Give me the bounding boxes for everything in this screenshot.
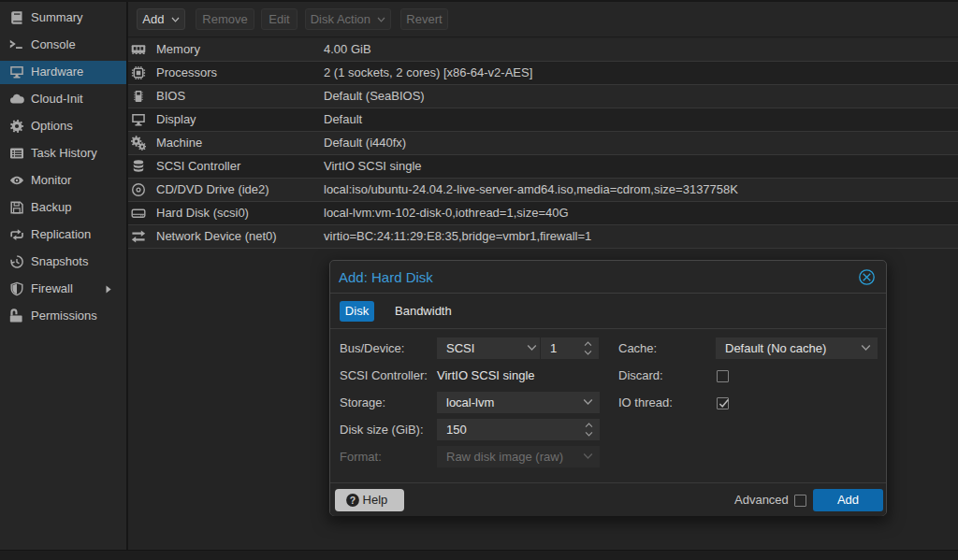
svg-text:?: ? <box>350 495 356 506</box>
